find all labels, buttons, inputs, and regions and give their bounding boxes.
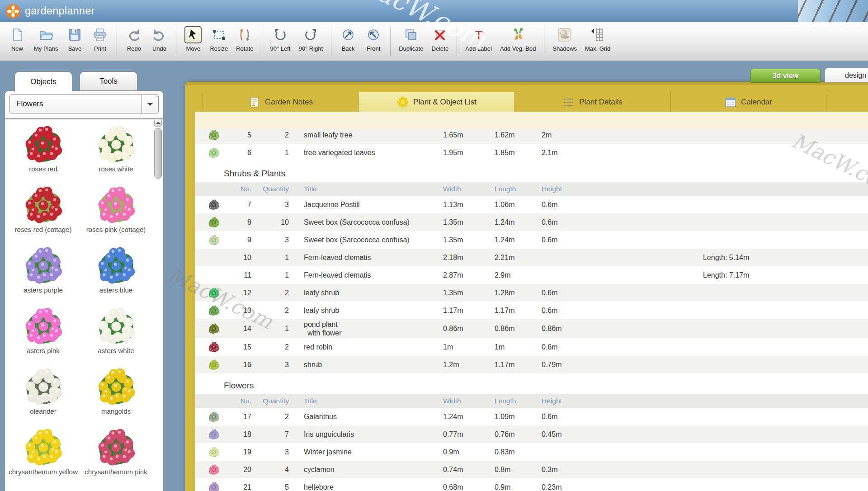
folder-icon	[38, 26, 55, 43]
tab-garden-notes[interactable]: Garden Notes	[203, 92, 359, 112]
table-row[interactable]: 187Iris unguicularis0.77m0.76m0.45m	[195, 425, 868, 443]
toolbar-button-delete[interactable]: Delete	[427, 25, 453, 53]
table-row[interactable]: 73Jacqueline Postill1.13m1.06m0.6m	[195, 196, 868, 213]
toolbar-button-max-grid[interactable]: Max. Grid	[581, 25, 614, 53]
toolbar-button-duplicate[interactable]: Duplicate	[395, 25, 427, 53]
table-row[interactable]: 152red robin1m1m0.6m	[195, 338, 868, 356]
plant-item-chrysanthemum-yellow[interactable]: chrysanthemum yellow	[8, 428, 79, 489]
column-header-no: No.	[226, 397, 251, 405]
toolbar-button-resize[interactable]: Resize	[206, 25, 232, 53]
cell-quantity: 1	[251, 149, 289, 157]
cell-length: 0.76m	[495, 430, 542, 439]
plant-row-icon	[195, 288, 226, 298]
plant-item-asters-pink[interactable]: asters pink	[8, 307, 79, 368]
toolbar-button-rotate[interactable]: Rotate	[232, 25, 257, 53]
plant-item-label: asters pink	[27, 347, 60, 354]
toolbar-button-back[interactable]: Back	[335, 25, 361, 53]
category-dropdown[interactable]: Flowers	[9, 94, 159, 113]
toolbar-separator	[117, 27, 117, 56]
table-row[interactable]: 215hellebore0.68m0.9m0.23m	[195, 478, 868, 491]
table-row[interactable]: 204cyclamen0.74m0.8m0.3m	[195, 461, 868, 478]
scroll-up-button[interactable]	[154, 119, 162, 127]
cell-width: 1.35m	[443, 218, 495, 227]
cell-height: 0.45m	[542, 430, 591, 439]
plant-item-label: roses red (cottage)	[15, 226, 72, 233]
plant-item-marigolds[interactable]: marigolds	[80, 368, 152, 428]
plant-row-icon	[195, 235, 226, 246]
resize-icon	[210, 26, 227, 43]
table-row[interactable]: 122leafy shrub1.35m1.28m0.6m	[195, 284, 868, 302]
table-row[interactable]: 810Sweet box (Sarcococca confusa)1.35m1.…	[195, 213, 868, 231]
toolbar-button-print[interactable]: Print	[87, 25, 113, 53]
sidebar-tab-objects[interactable]: Objects	[14, 71, 72, 92]
column-header-width: Width	[443, 397, 495, 405]
sidebar-scrollbar[interactable]	[154, 119, 162, 489]
toolbar-button-shadows[interactable]: Shadows	[548, 25, 580, 53]
toolbar-separator	[457, 27, 457, 56]
table-row[interactable]: 52small leafy tree1.65m1.62m2m	[195, 129, 868, 144]
toolbar-button-save[interactable]: Save	[62, 25, 87, 53]
cell-length: 1.09m	[495, 413, 542, 421]
section-title: Flowers	[195, 373, 868, 394]
toolbar-button-move[interactable]: Move	[180, 25, 206, 53]
plant-item-roses-white[interactable]: roses white	[80, 125, 152, 186]
table-row[interactable]: 193Winter jasmine0.9m0.83m	[195, 443, 868, 461]
cell-width: 0.86m	[443, 325, 495, 333]
rotate-90-right-icon	[302, 26, 319, 43]
toolbar-button-90-right[interactable]: 90° Right	[295, 25, 327, 53]
column-header-height: Height	[542, 397, 591, 405]
cell-title: Sweet box (Sarcococca confusa)	[289, 236, 443, 244]
toolbar-button-label: Shadows	[552, 45, 576, 52]
cell-no: 6	[226, 149, 251, 157]
table-row[interactable]: 132leafy shrub1.17m1.17m0.6m	[195, 302, 868, 319]
plant-image	[23, 307, 64, 346]
toolbar-button-my-plans[interactable]: My Plans	[30, 25, 62, 53]
column-header-no: No.	[226, 185, 251, 193]
plant-item-asters-blue[interactable]: asters blue	[80, 246, 152, 307]
tab-calendar[interactable]: Calendar	[670, 92, 826, 112]
toolbar-button-add-veg-bed[interactable]: Add Veg. Bed	[496, 25, 540, 53]
plant-image	[23, 186, 64, 225]
plant-item-asters-white[interactable]: asters white	[80, 307, 152, 368]
plant-item-oleander[interactable]: oleander	[8, 368, 79, 428]
plant-item-asters-purple[interactable]: asters purple	[8, 246, 79, 307]
3d-view-button[interactable]: 3d view	[750, 69, 821, 83]
chevron-down-icon[interactable]	[142, 95, 158, 113]
tab-label: Garden Notes	[265, 98, 313, 107]
undo-icon	[151, 26, 168, 43]
plant-item-roses-pink-cottage[interactable]: roses pink (cottage)	[80, 186, 152, 246]
tab-plant-details[interactable]: Plant Details	[514, 92, 670, 112]
cell-title: red robin	[289, 343, 443, 351]
toolbar-button-add-label[interactable]: TAdd Label	[461, 25, 496, 53]
plant-item-chrysanthemum-pink[interactable]: chrysanthemum pink	[80, 428, 152, 489]
cell-width: 1.95m	[443, 149, 495, 157]
toolbar-button-undo[interactable]: Undo	[146, 25, 172, 53]
design-view-tab[interactable]: design	[825, 68, 868, 83]
cell-length: 0.86m	[495, 325, 542, 333]
cell-title: leafy shrub	[289, 306, 443, 315]
table-row[interactable]: 141pond plantwith flower0.86m0.86m0.86m	[195, 319, 868, 338]
cell-height: 0.6m	[542, 236, 591, 244]
plant-item-roses-red[interactable]: roses red	[8, 125, 79, 186]
toolbar-button-front[interactable]: Front	[361, 25, 386, 53]
toolbar-button-new[interactable]: New	[5, 25, 30, 53]
cell-height: 0.23m	[542, 483, 591, 491]
cell-note: Length: 7.17m	[591, 271, 868, 279]
table-row[interactable]: 163shrub1.2m1.17m0.79m	[195, 356, 868, 373]
tab-plant-object-list[interactable]: Plant & Object List	[359, 92, 514, 112]
toolbar-button-redo[interactable]: Redo	[121, 25, 146, 53]
plant-item-roses-red-cottage[interactable]: roses red (cottage)	[8, 186, 79, 246]
table-row[interactable]: 61tree variegated leaves1.95m1.85m2.1m	[195, 144, 868, 161]
table-row[interactable]: 172Galanthus1.24m1.09m0.6m	[195, 408, 868, 425]
scrollbar-thumb[interactable]	[154, 128, 162, 179]
plant-image	[95, 307, 137, 346]
table-row[interactable]: 111Fern-leaved clematis2.87m2.9mLength: …	[195, 266, 868, 284]
cell-length: 1.24m	[495, 236, 542, 244]
cell-no: 20	[226, 466, 251, 474]
table-row[interactable]: 101Fern-leaved clematis2.18m2.21mLength:…	[195, 249, 868, 266]
sidebar-tab-tools[interactable]: Tools	[80, 71, 137, 90]
plant-image	[23, 246, 64, 285]
toolbar-button-90-left[interactable]: 90° Left	[266, 25, 295, 53]
cell-quantity: 2	[251, 289, 289, 297]
table-row[interactable]: 93Sweet box (Sarcococca confusa)1.35m1.2…	[195, 231, 868, 249]
